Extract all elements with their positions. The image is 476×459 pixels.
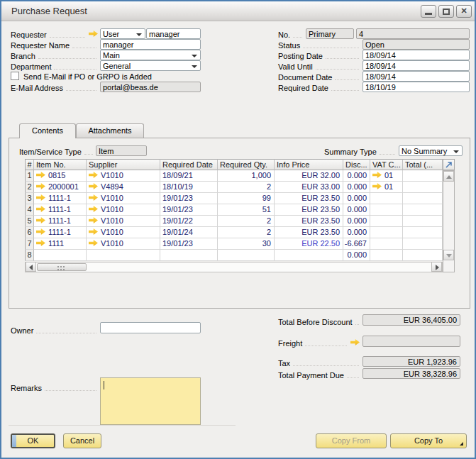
cell-required-date[interactable]: 19/01/23 [160,238,218,250]
cell-supplier[interactable]: V1010 [87,238,160,250]
cell-vat-code[interactable] [370,250,403,261]
cell-supplier[interactable]: V1010 [87,170,160,182]
link-arrow-icon[interactable] [372,182,382,190]
link-arrow-icon[interactable] [36,239,45,247]
cell-supplier[interactable]: V1010 [87,227,160,238]
row-number[interactable]: 5 [25,216,34,227]
cell-required-qty[interactable]: 2 [218,216,275,227]
cell-discount[interactable]: 0.000 [343,193,370,204]
cell-total[interactable] [403,250,443,261]
requester-name-input[interactable]: manager [100,39,201,50]
scroll-up-button[interactable] [443,171,454,182]
col-header-total[interactable]: Total (... [403,159,443,170]
cell-item-no[interactable]: 1111-1 [34,227,87,238]
link-arrow-icon[interactable] [36,171,45,179]
col-header-required-date[interactable]: Required Date [160,159,218,170]
cell-vat-code[interactable] [370,204,403,216]
cell-required-date[interactable]: 19/01/23 [160,204,218,216]
col-header-num[interactable]: # [25,159,34,170]
cell-info-price[interactable]: EUR 23.50 [275,216,343,227]
cell-supplier[interactable]: V1010 [87,204,160,216]
copy-to-button[interactable]: Copy To [390,433,467,448]
link-arrow-icon[interactable] [372,171,382,179]
grid-expand-button[interactable] [443,159,455,170]
cell-discount[interactable]: -6.667 [343,238,370,250]
cell-vat-code[interactable] [370,238,403,250]
grid-vertical-scrollbar[interactable] [443,170,455,272]
cell-required-date[interactable]: 19/01/22 [160,216,218,227]
cell-required-qty[interactable]: 1,000 [218,170,275,182]
cell-required-qty[interactable]: 30 [218,238,275,250]
cell-info-price[interactable]: EUR 33.00 [275,182,343,193]
cell-required-date[interactable] [160,250,218,261]
freight-link-arrow-icon[interactable] [350,338,360,346]
link-arrow-icon[interactable] [36,216,45,224]
cell-required-qty[interactable]: 51 [218,204,275,216]
link-arrow-icon[interactable] [89,228,98,236]
col-header-supplier[interactable]: Supplier [87,159,160,170]
cell-discount[interactable]: 0.000 [343,227,370,238]
cell-total[interactable] [403,193,443,204]
cell-supplier[interactable] [87,250,160,261]
cell-info-price[interactable]: EUR 22.50 [275,238,343,250]
cell-total[interactable] [403,227,443,238]
cell-required-date[interactable]: 18/10/19 [160,182,218,193]
cell-required-qty[interactable]: 2 [218,227,275,238]
cell-total[interactable] [403,204,443,216]
link-arrow-icon[interactable] [36,205,45,213]
cell-info-price[interactable]: EUR 23.50 [275,193,343,204]
requester-type-select[interactable]: User [100,28,145,39]
cell-supplier[interactable]: V4894 [87,182,160,193]
link-arrow-icon[interactable] [89,182,98,190]
col-header-discount[interactable]: Disc... [343,159,370,170]
cancel-button[interactable]: Cancel [63,433,101,448]
cell-discount[interactable]: 0.000 [343,216,370,227]
cell-total[interactable] [403,170,443,182]
row-number[interactable]: 1 [25,170,34,182]
cell-required-date[interactable]: 18/09/21 [160,170,218,182]
link-arrow-icon[interactable] [89,205,98,213]
cell-supplier[interactable]: V1010 [87,193,160,204]
cell-item-no[interactable]: 1111-1 [34,204,87,216]
cell-required-qty[interactable]: 99 [218,193,275,204]
col-header-info-price[interactable]: Info Price [275,159,343,170]
copy-from-button[interactable]: Copy From [316,433,387,448]
col-header-required-qty[interactable]: Required Qty. [218,159,275,170]
no-series-field[interactable]: Primary [306,28,354,39]
tab-attachments[interactable]: Attachments [76,123,144,138]
cell-info-price[interactable] [275,250,343,261]
cell-info-price[interactable]: EUR 32.00 [275,170,343,182]
cell-item-no[interactable]: 1111 [34,238,87,250]
link-arrow-icon[interactable] [89,216,98,224]
row-number[interactable]: 3 [25,193,34,204]
cell-supplier[interactable]: V1010 [87,216,160,227]
scrollbar-thumb[interactable] [37,263,87,271]
cell-item-no[interactable] [34,250,87,261]
row-number[interactable]: 2 [25,182,34,193]
row-number[interactable]: 4 [25,204,34,216]
close-button[interactable]: ✕ [456,5,472,18]
ok-button[interactable]: OK [11,433,55,448]
cell-discount[interactable]: 0.000 [343,250,370,261]
cell-required-qty[interactable] [218,250,275,261]
row-number[interactable]: 8 [25,250,34,261]
cell-discount[interactable]: 0.000 [343,182,370,193]
col-header-vat-code[interactable]: VAT C... [370,159,403,170]
tab-contents[interactable]: Contents [19,123,76,138]
cell-vat-code[interactable] [370,193,403,204]
owner-input[interactable] [100,322,201,333]
link-arrow-icon[interactable] [89,194,98,201]
summary-type-select[interactable]: No Summary [399,145,463,156]
grid-horizontal-scrollbar[interactable] [25,262,443,272]
cell-required-date[interactable]: 19/01/24 [160,227,218,238]
link-arrow-icon[interactable] [36,194,45,201]
cell-total[interactable] [403,238,443,250]
scroll-down-button[interactable] [443,250,454,260]
cell-required-qty[interactable]: 2 [218,182,275,193]
requester-link-arrow-icon[interactable] [89,30,98,38]
remarks-textarea[interactable] [100,377,201,425]
valid-until-input[interactable]: 18/09/14 [362,60,470,71]
cell-discount[interactable]: 0.000 [343,204,370,216]
cell-vat-code[interactable] [370,216,403,227]
cell-item-no[interactable]: 0815 [34,170,87,182]
